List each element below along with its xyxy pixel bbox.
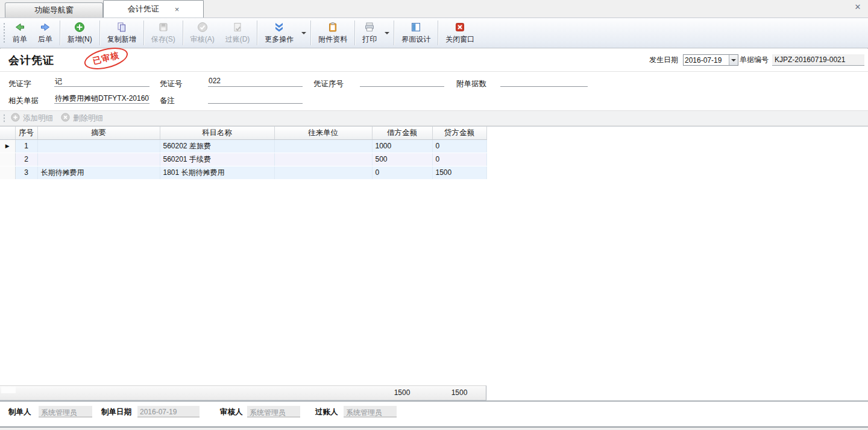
cell-credit[interactable]: 0 [432,139,486,153]
col-debit-header[interactable]: 借方金额 [372,127,432,139]
toolbar-separator [394,21,394,45]
table-header-row: 序号 摘要 科目名称 往来单位 借方金额 贷方金额 [0,127,486,139]
cell-account[interactable]: 1801 长期待摊费用 [160,166,274,179]
col-summary-header[interactable]: 摘要 [37,127,160,139]
table-row[interactable]: 3 长期待摊费用 1801 长期待摊费用 0 1500 [0,166,486,179]
close-window-label: 关闭窗口 [445,34,474,45]
cell-debit[interactable]: 1000 [372,139,432,153]
window-bottom-edge [0,426,868,430]
prev-doc-button[interactable]: 前单 [7,18,33,48]
table-row[interactable]: 2 560201 手续费 500 0 [0,153,486,166]
date-dropdown-button[interactable] [729,55,738,65]
cell-credit[interactable]: 0 [432,153,486,166]
cell-account[interactable]: 560202 差旅费 [160,139,274,153]
creator-label: 制单人 [8,407,31,417]
remove-detail-label: 删除明细 [73,113,103,124]
marker-column-header [0,127,15,139]
tab-function-nav-label: 功能导航窗 [34,5,74,16]
col-credit-header[interactable]: 贷方金额 [432,127,486,139]
window-close-icon[interactable]: ✕ [852,2,863,11]
add-detail-label: 添加明细 [23,113,53,124]
voucher-seq-field[interactable] [360,77,444,87]
voucher-form: 凭证字 记 凭证号 022 凭证序号 附单据数 相关单据 待摊费用摊销DTFYT… [0,72,868,110]
dropdown-caret-icon [731,59,736,62]
toolbar-separator [99,21,100,45]
remove-detail-button: 删除明细 [58,111,108,125]
cell-credit[interactable]: 1500 [432,166,486,179]
ui-design-button[interactable]: 界面设计 [396,18,436,48]
related-doc-field[interactable]: 待摊费用摊销DTFYTX-2016071 [54,93,149,104]
dropdown-caret-icon[interactable] [385,32,389,34]
voucher-no-label: 凭证号 [160,79,183,89]
next-doc-label: 后单 [38,34,52,45]
detail-toolbar: 添加明细 删除明细 [0,110,868,126]
title-row: 会计凭证 已审核 发生日期 2016-07-19 单据编号 KJPZ-20160… [0,49,868,72]
save-button: 保存(S) [146,18,181,48]
dropdown-caret-icon[interactable] [301,32,306,34]
more-actions-label: 更多操作 [265,34,294,45]
attachments-label: 附件资料 [318,34,347,45]
page-title: 会计凭证 [8,53,54,68]
cell-party[interactable] [274,153,372,166]
cell-seq[interactable]: 2 [15,153,37,166]
detail-toolbar-grip [2,113,5,123]
date-value[interactable]: 2016-07-19 [684,55,729,65]
printer-icon [363,21,376,33]
app-window: 功能导航窗 会计凭证 × ✕ 前单 后单 新增(N) 复 [0,0,868,430]
cell-debit[interactable]: 500 [372,153,432,166]
tab-function-nav[interactable]: 功能导航窗 [5,2,103,17]
tab-accounting-voucher[interactable]: 会计凭证 × [103,0,204,17]
print-button[interactable]: 打印 [357,18,382,48]
floppy-disk-icon [157,21,169,33]
cell-debit[interactable]: 0 [372,166,432,179]
entries-grid: 序号 摘要 科目名称 往来单位 借方金额 贷方金额 ▶ 1 560202 差旅费… [0,126,868,402]
col-account-header[interactable]: 科目名称 [160,127,274,139]
attached-docs-field[interactable] [500,77,588,87]
total-credit: 1500 [432,388,486,397]
page-check-icon [231,21,244,33]
toolbar-grip [2,22,5,44]
row-marker [0,153,15,166]
create-date-field: 2016-07-19 [137,406,200,417]
voucher-word-field[interactable]: 记 [54,77,149,87]
poster-label: 过账人 [315,407,338,417]
cell-party[interactable] [274,139,372,153]
new-button[interactable]: 新增(N) [62,18,98,48]
col-party-header[interactable]: 往来单位 [274,127,372,139]
date-combobox[interactable]: 2016-07-19 [683,54,738,66]
remark-field[interactable] [208,93,303,104]
prev-doc-label: 前单 [13,34,27,45]
row-marker [0,166,15,179]
cell-seq[interactable]: 1 [15,139,37,153]
plus-circle-icon [74,21,86,33]
save-label: 保存(S) [151,34,175,45]
cell-summary[interactable] [37,153,160,166]
total-debit: 1500 [372,388,432,397]
doc-no-label: 单据编号 [740,55,769,65]
voucher-word-label: 凭证字 [8,79,31,89]
clipboard-icon [327,21,339,33]
cell-summary[interactable]: 长期待摊费用 [37,166,160,179]
toolbar-separator [60,21,60,45]
new-label: 新增(N) [68,34,92,45]
close-window-button[interactable]: 关闭窗口 [440,18,480,48]
doc-no-field: KJPZ-20160719-0021 [772,54,864,66]
col-seq-header[interactable]: 序号 [15,127,37,139]
voucher-no-field[interactable]: 022 [208,77,303,87]
cell-seq[interactable]: 3 [15,166,37,179]
copy-new-button[interactable]: 复制新增 [102,18,142,48]
cell-account[interactable]: 560201 手续费 [160,153,274,166]
cell-summary[interactable] [37,139,160,153]
more-actions-button[interactable]: 更多操作 [259,18,299,48]
tab-close-icon[interactable]: × [175,5,180,14]
tab-accounting-voucher-label: 会计凭证 [128,4,159,14]
related-doc-label: 相关单据 [8,96,39,106]
add-detail-button: 添加明细 [8,111,58,125]
next-doc-button[interactable]: 后单 [33,18,58,48]
attachments-button[interactable]: 附件资料 [313,18,353,48]
table-row[interactable]: ▶ 1 560202 差旅费 1000 0 [0,139,486,153]
cell-party[interactable] [274,166,372,179]
arrow-right-icon [39,21,51,33]
check-circle-icon [197,21,209,33]
post-label: 过账(D) [225,34,250,45]
